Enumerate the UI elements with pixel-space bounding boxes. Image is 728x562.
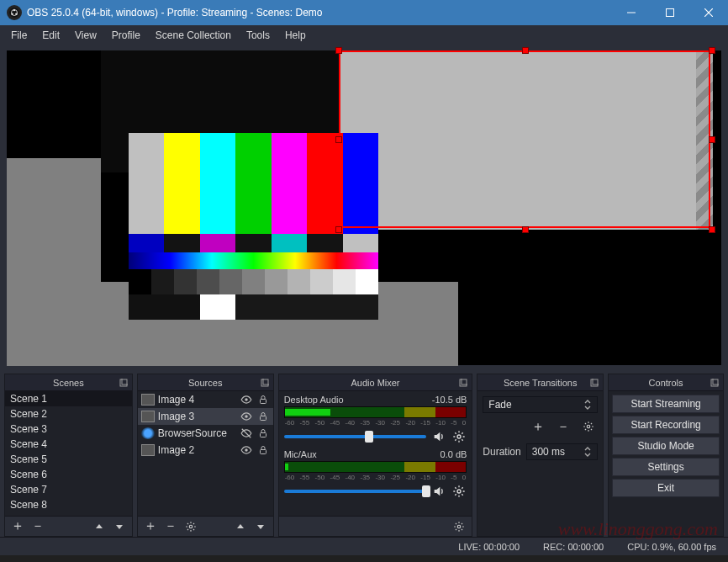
dock-controls-title: Controls (649, 378, 683, 388)
menu-help[interactable]: Help (277, 27, 314, 44)
sources-move-down-button[interactable] (251, 518, 270, 535)
preview-canvas[interactable] (7, 50, 721, 365)
menu-file[interactable]: File (3, 27, 34, 44)
svg-rect-14 (260, 400, 266, 404)
selection-handle-n[interactable] (522, 47, 529, 54)
preview-bg-gray (7, 158, 101, 366)
transition-select[interactable]: Fade (483, 396, 598, 413)
source-lock-toggle[interactable] (256, 428, 270, 438)
dock-popout-icon[interactable] (588, 377, 600, 389)
source-item-label: Image 4 (158, 394, 236, 406)
menu-view[interactable]: View (67, 27, 104, 44)
selection-handle-sw[interactable] (335, 226, 342, 233)
sources-move-up-button[interactable] (231, 518, 250, 535)
selection-handle-e[interactable] (709, 136, 715, 143)
dock-sources: Sources Image 4Image 3BrowserSourceImage… (137, 374, 274, 537)
sources-add-button[interactable]: ＋ (141, 518, 160, 535)
dock-scenes-header[interactable]: Scenes (5, 374, 132, 391)
spinner-icon (583, 446, 592, 458)
source-item[interactable]: BrowserSource (138, 425, 273, 442)
scene-item[interactable]: Scene 7 (5, 482, 132, 497)
scene-item[interactable]: Scene 6 (5, 467, 132, 482)
svg-point-28 (587, 425, 590, 428)
start-recording-button[interactable]: Start Recording (612, 416, 720, 434)
scene-item[interactable]: Scene 1 (5, 391, 132, 406)
mixer-fader-knob[interactable] (422, 485, 430, 497)
svg-rect-21 (460, 379, 467, 386)
scene-item[interactable]: Scene 2 (5, 406, 132, 422)
dock-mixer-title: Audio Mixer (351, 378, 399, 388)
source-item[interactable]: Image 4 (138, 391, 273, 408)
selection-handle-se[interactable] (709, 226, 715, 233)
source-visibility-toggle[interactable] (240, 444, 253, 456)
exit-button[interactable]: Exit (612, 479, 720, 497)
source-lock-toggle[interactable] (256, 411, 270, 422)
gear-icon[interactable] (451, 429, 467, 444)
source-visibility-toggle[interactable] (240, 427, 253, 439)
menu-scene-collection[interactable]: Scene Collection (148, 27, 239, 44)
source-lock-toggle[interactable] (256, 445, 270, 455)
mixer-advanced-button[interactable] (450, 518, 468, 535)
mixer-fader[interactable] (284, 490, 427, 493)
selection-bounding-box[interactable] (339, 50, 710, 228)
svg-point-13 (245, 398, 248, 401)
menu-edit[interactable]: Edit (34, 27, 67, 44)
transition-duration-spinbox[interactable]: 300 ms (526, 443, 598, 460)
scenes-move-up-button[interactable] (90, 518, 108, 535)
dock-transitions-header[interactable]: Scene Transitions (477, 374, 603, 391)
dock-sources-header[interactable]: Sources (138, 374, 273, 391)
scene-item[interactable]: Scene 4 (5, 437, 132, 452)
speaker-icon[interactable] (431, 484, 446, 499)
sources-remove-button[interactable]: － (161, 518, 180, 535)
scenes-move-down-button[interactable] (110, 518, 129, 535)
preview-area (0, 45, 728, 370)
window-title: OBS 25.0.4 (64-bit, windows) - Profile: … (27, 7, 612, 19)
window-close-button[interactable] (689, 0, 728, 25)
selection-handle-nw[interactable] (335, 47, 342, 54)
scene-item[interactable]: Scene 3 (5, 422, 132, 437)
window-minimize-button[interactable] (612, 0, 651, 25)
svg-point-24 (457, 490, 461, 493)
mixer-channel-db: -10.5 dB (432, 395, 467, 405)
scenes-add-button[interactable]: ＋ (8, 518, 27, 535)
source-item[interactable]: Image 3 (138, 408, 273, 425)
start-streaming-button[interactable]: Start Streaming (612, 395, 720, 413)
source-item[interactable]: Image 2 (138, 442, 273, 459)
menu-profile[interactable]: Profile (104, 27, 148, 44)
source-visibility-toggle[interactable] (240, 394, 253, 406)
scenes-list[interactable]: Scene 1Scene 2Scene 3Scene 4Scene 5Scene… (5, 391, 132, 516)
scene-item[interactable]: Scene 8 (5, 497, 132, 512)
status-live: LIVE: 00:00:00 (458, 542, 520, 552)
dock-controls-header[interactable]: Controls (609, 374, 723, 391)
settings-button[interactable]: Settings (612, 458, 720, 476)
dock-popout-icon[interactable] (709, 377, 720, 389)
svg-point-23 (457, 435, 461, 438)
selection-handle-w[interactable] (335, 136, 342, 143)
scenes-remove-button[interactable]: － (29, 518, 47, 535)
scene-item[interactable]: Scene 5 (5, 452, 132, 467)
mixer-fader-knob[interactable] (365, 431, 373, 443)
studio-mode-button[interactable]: Studio Mode (612, 437, 720, 455)
menu-tools[interactable]: Tools (239, 27, 277, 44)
sources-properties-button[interactable] (182, 518, 200, 535)
svg-rect-17 (260, 433, 266, 437)
gear-icon[interactable] (451, 484, 467, 499)
window-titlebar: OBS 25.0.4 (64-bit, windows) - Profile: … (0, 0, 728, 25)
dock-popout-icon[interactable] (457, 377, 469, 389)
mixer-fader[interactable] (284, 435, 427, 438)
svg-point-3 (11, 13, 13, 15)
transition-remove-button[interactable]: － (554, 418, 572, 435)
dock-transitions-title: Scene Transitions (504, 378, 577, 388)
transition-add-button[interactable]: ＋ (529, 418, 547, 435)
selection-handle-s[interactable] (522, 226, 529, 233)
source-visibility-toggle[interactable] (240, 411, 253, 422)
selection-handle-ne[interactable] (709, 47, 715, 54)
transition-properties-button[interactable] (579, 418, 598, 435)
dock-popout-icon[interactable] (118, 377, 129, 389)
dock-mixer-header[interactable]: Audio Mixer (279, 374, 472, 391)
window-maximize-button[interactable] (651, 0, 689, 25)
sources-list[interactable]: Image 4Image 3BrowserSourceImage 2 (138, 391, 273, 516)
source-lock-toggle[interactable] (256, 395, 270, 405)
dock-popout-icon[interactable] (259, 377, 271, 389)
speaker-icon[interactable] (431, 429, 446, 444)
